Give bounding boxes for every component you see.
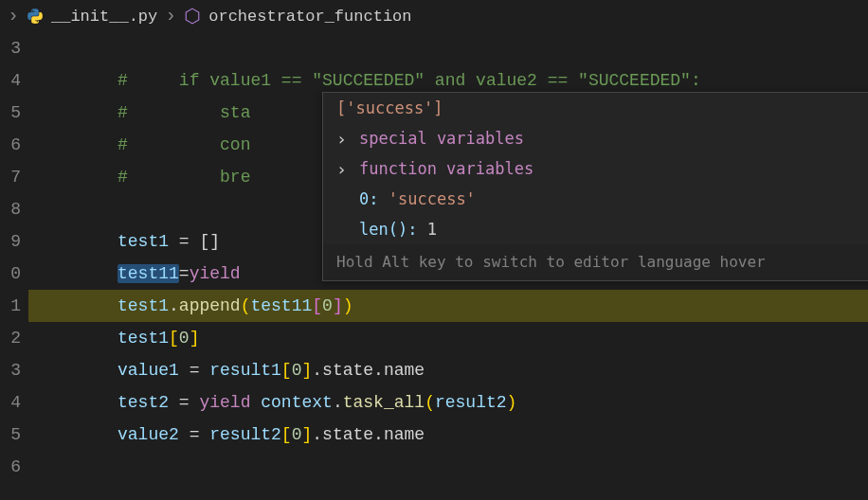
code-line-highlighted[interactable]: test1.append(test11[0]) bbox=[28, 290, 868, 322]
code-area[interactable]: # if value1 == "SUCCEEDED" and value2 ==… bbox=[28, 32, 868, 500]
breadcrumb[interactable]: › __init__.py › orchestrator_function bbox=[0, 0, 868, 32]
chevron-right-icon: › bbox=[336, 159, 350, 179]
code-line[interactable]: test1[0] bbox=[28, 322, 868, 354]
hover-len-entry[interactable]: len(): 1 bbox=[323, 214, 868, 244]
code-line[interactable]: test2 = yield context.task_all(result2) bbox=[28, 386, 868, 419]
debug-hover-tooltip[interactable]: ['success'] › special variables › functi… bbox=[322, 92, 868, 281]
breadcrumb-symbol[interactable]: orchestrator_function bbox=[208, 8, 411, 26]
hover-hint: Hold Alt key to switch to editor languag… bbox=[323, 244, 868, 280]
code-line[interactable]: value2 = result2[0].state.name bbox=[28, 419, 868, 451]
line-gutter: 345 678 901 234 56 bbox=[0, 32, 28, 500]
hover-expand-function[interactable]: › function variables bbox=[323, 153, 868, 184]
chevron-right-icon: › bbox=[8, 7, 19, 26]
code-editor[interactable]: 345 678 901 234 56 # if value1 == "SUCCE… bbox=[0, 32, 868, 500]
breadcrumb-file[interactable]: __init__.py bbox=[51, 8, 157, 26]
code-line[interactable] bbox=[28, 32, 868, 64]
hover-expand-special[interactable]: › special variables bbox=[323, 123, 868, 153]
hover-header: ['success'] bbox=[323, 93, 868, 123]
hover-index-entry[interactable]: 0: 'success' bbox=[323, 184, 868, 214]
function-symbol-icon bbox=[184, 8, 201, 25]
selected-token[interactable]: test11 bbox=[118, 264, 179, 283]
code-line[interactable] bbox=[28, 451, 868, 483]
chevron-right-icon: › bbox=[165, 7, 176, 26]
chevron-right-icon: › bbox=[336, 129, 350, 149]
python-file-icon bbox=[27, 8, 44, 25]
code-line[interactable]: value1 = result1[0].state.name bbox=[28, 354, 868, 386]
